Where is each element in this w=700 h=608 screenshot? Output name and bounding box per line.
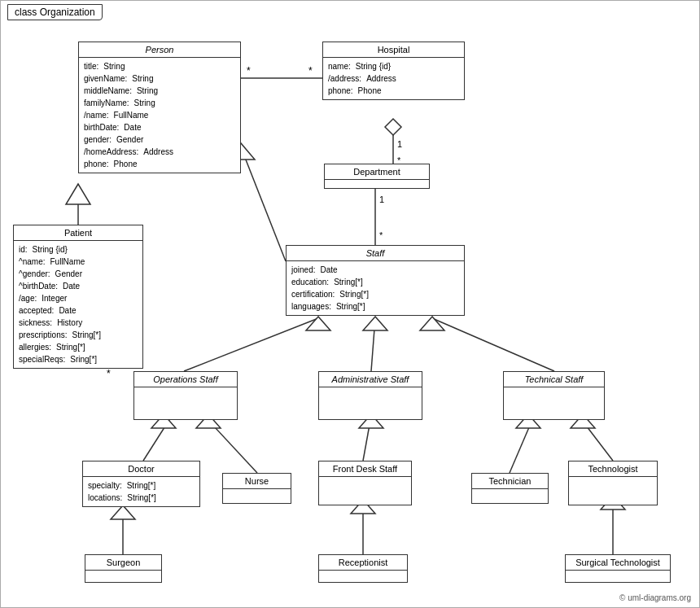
class-operations-staff-attrs [134, 387, 237, 394]
class-technical-staff-attrs [504, 387, 604, 394]
class-administrative-staff-name: Administrative Staff [319, 372, 422, 387]
class-nurse-name: Nurse [223, 474, 291, 489]
svg-marker-20 [420, 317, 444, 330]
class-person: Person title:String givenName:String mid… [78, 42, 241, 173]
class-operations-staff-name: Operations Staff [134, 372, 237, 387]
copyright: © uml-diagrams.org [619, 593, 691, 602]
class-department-name: Department [325, 164, 429, 180]
class-surgical-technologist: Surgical Technologist [565, 554, 671, 583]
svg-marker-4 [385, 119, 401, 135]
svg-text:*: * [308, 65, 313, 77]
svg-line-12 [241, 147, 286, 261]
svg-marker-16 [306, 317, 330, 330]
svg-line-25 [363, 416, 371, 461]
class-technical-staff-name: Technical Staff [504, 372, 604, 387]
class-technician-name: Technician [472, 474, 548, 489]
class-front-desk-staff-name: Front Desk Staff [319, 461, 411, 477]
svg-line-21 [143, 416, 172, 461]
svg-text:*: * [107, 368, 111, 379]
class-surgeon: Surgeon [85, 554, 162, 583]
class-surgical-technologist-name: Surgical Technologist [566, 555, 670, 571]
diagram-title: class Organization [7, 4, 103, 20]
class-hospital-name: Hospital [323, 42, 464, 58]
class-surgeon-attrs [85, 571, 161, 575]
class-surgeon-name: Surgeon [85, 555, 161, 571]
class-operations-staff: Operations Staff [133, 371, 238, 420]
class-person-name: Person [79, 42, 240, 58]
class-patient: Patient id:String {id} ^name:FullName ^g… [13, 225, 143, 369]
class-doctor: Doctor specialty:String[*] locations:Str… [82, 461, 200, 507]
svg-line-17 [371, 318, 375, 371]
class-staff-name: Staff [287, 246, 464, 261]
svg-marker-11 [66, 184, 90, 204]
class-technologist-name: Technologist [569, 461, 657, 477]
class-receptionist: Receptionist [318, 554, 408, 583]
svg-text:*: * [247, 65, 251, 77]
class-department-attrs [325, 180, 429, 188]
class-department: Department [324, 164, 430, 189]
class-front-desk-staff-attrs [319, 477, 411, 483]
class-nurse-attrs [223, 489, 291, 496]
svg-line-19 [432, 318, 554, 371]
svg-line-15 [184, 318, 318, 371]
svg-text:1: 1 [397, 139, 402, 149]
svg-text:*: * [379, 230, 383, 240]
class-doctor-attrs: specialty:String[*] locations:String[*] [83, 477, 199, 506]
svg-line-29 [579, 416, 613, 461]
svg-line-27 [510, 416, 534, 473]
class-surgical-technologist-attrs [566, 571, 670, 575]
class-patient-name: Patient [14, 225, 142, 241]
class-receptionist-name: Receptionist [319, 555, 407, 571]
diagram-container: class Organization * * 1 * 1 * * [0, 0, 700, 608]
svg-marker-32 [111, 505, 135, 519]
class-technical-staff: Technical Staff [503, 371, 605, 420]
class-technologist-attrs [569, 477, 657, 483]
class-doctor-name: Doctor [83, 461, 199, 477]
class-technician-attrs [472, 489, 548, 496]
svg-marker-18 [363, 317, 387, 330]
svg-text:1: 1 [379, 195, 384, 204]
class-hospital: Hospital name:String {id} /address:Addre… [322, 42, 465, 100]
class-hospital-attrs: name:String {id} /address:Address phone:… [323, 58, 464, 99]
class-technologist: Technologist [568, 461, 658, 505]
class-staff-attrs: joined:Date education:String[*] certific… [287, 261, 464, 315]
class-administrative-staff-attrs [319, 387, 422, 394]
class-receptionist-attrs [319, 571, 407, 575]
class-front-desk-staff: Front Desk Staff [318, 461, 412, 505]
svg-line-23 [204, 416, 257, 473]
class-administrative-staff: Administrative Staff [318, 371, 422, 420]
class-person-attrs: title:String givenName:String middleName… [79, 58, 240, 173]
class-patient-attrs: id:String {id} ^name:FullName ^gender:Ge… [14, 241, 142, 368]
class-technician: Technician [471, 473, 549, 504]
class-nurse: Nurse [222, 473, 291, 504]
class-staff: Staff joined:Date education:String[*] ce… [286, 245, 465, 316]
